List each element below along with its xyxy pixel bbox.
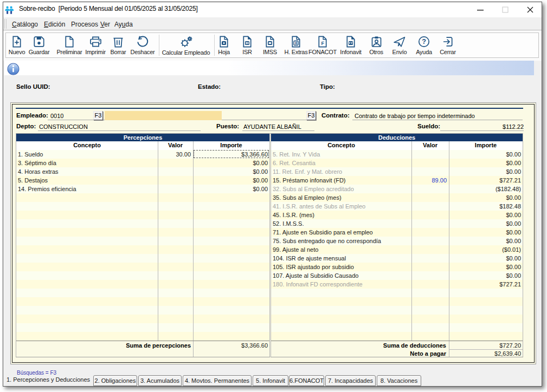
svg-text:F: F [321, 41, 324, 46]
svg-text:?: ? [422, 38, 426, 45]
svg-text:8: 8 [295, 41, 297, 45]
